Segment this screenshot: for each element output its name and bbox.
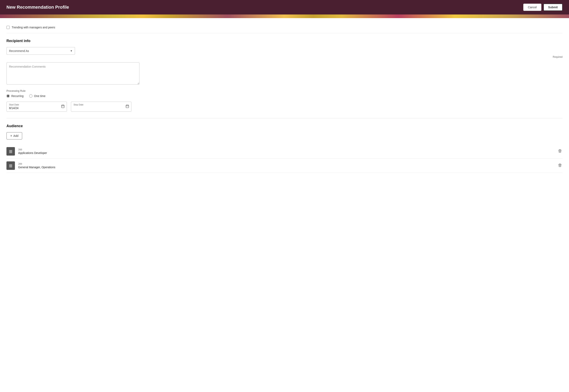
processing-rule-radio-group: Recurring One time (6, 94, 563, 98)
add-audience-button[interactable]: + Add (6, 132, 22, 140)
svg-rect-8 (9, 150, 12, 151)
audience-section: Audience + Add Job Applications Develope… (6, 118, 563, 173)
recurring-label: Recurring (11, 94, 24, 98)
processing-rule-group: Processing Rule Recurring One time (6, 89, 563, 98)
cancel-button[interactable]: Cancel (523, 4, 541, 11)
stop-date-calendar-icon[interactable] (125, 104, 129, 109)
trending-checkbox-row: Trending with managers and peers (6, 23, 563, 33)
one-time-option[interactable]: One time (29, 94, 45, 98)
svg-rect-10 (9, 152, 12, 152)
required-label: Required (6, 56, 563, 58)
recommendation-comments-textarea[interactable] (6, 62, 139, 84)
svg-rect-9 (9, 151, 12, 151)
recommend-as-field-group: Recommend As ▼ Required (6, 47, 563, 58)
audience-item-name: Applications Developer (18, 151, 557, 154)
audience-item-icon (6, 161, 15, 170)
add-button-label: Add (13, 134, 18, 138)
page-header: New Recommendation Profile Cancel Submit (0, 0, 569, 14)
delete-icon[interactable] (557, 148, 563, 154)
svg-rect-15 (9, 167, 12, 168)
audience-item-name: General Manager, Operations (18, 166, 557, 169)
audience-item-type: Job (18, 148, 557, 151)
decorative-banner (0, 14, 569, 18)
date-fields-row: Start Date 8/14/24 Stop Date (6, 102, 563, 112)
delete-icon[interactable] (557, 163, 563, 169)
recipient-info-title: Recipient info (6, 39, 563, 43)
recommendation-comments-field-group (6, 62, 563, 85)
audience-item-icon (6, 147, 15, 155)
audience-item: Job Applications Developer (6, 144, 563, 159)
processing-rule-label: Processing Rule (6, 89, 563, 92)
plus-icon: + (10, 134, 12, 138)
audience-title: Audience (6, 124, 563, 128)
recipient-info-section: Recipient info Recommend As ▼ Required P… (6, 39, 563, 112)
submit-button[interactable]: Submit (543, 4, 563, 11)
svg-rect-14 (9, 166, 12, 167)
trending-checkbox-label[interactable]: Trending with managers and peers (12, 26, 55, 29)
one-time-radio[interactable] (29, 94, 32, 98)
page-title: New Recommendation Profile (6, 5, 69, 10)
start-date-field[interactable]: Start Date 8/14/24 (6, 102, 67, 112)
svg-rect-0 (61, 105, 64, 108)
start-date-value: 8/14/24 (9, 106, 18, 110)
svg-rect-12 (9, 164, 12, 165)
audience-item: Job General Manager, Operations (6, 159, 563, 173)
recurring-radio[interactable] (6, 94, 10, 98)
svg-rect-13 (9, 165, 12, 166)
page-content: Trending with managers and peers Recipie… (0, 18, 569, 392)
audience-item-info: Job Applications Developer (18, 148, 557, 154)
list-icon (9, 164, 13, 168)
recommend-as-dropdown[interactable]: Recommend As (6, 47, 75, 55)
audience-item-type: Job (18, 162, 557, 165)
one-time-label: One time (34, 94, 45, 98)
audience-item-info: Job General Manager, Operations (18, 162, 557, 169)
trending-checkbox[interactable] (6, 26, 10, 29)
svg-rect-11 (9, 153, 12, 153)
list-icon (9, 149, 13, 153)
start-date-label: Start Date (9, 103, 59, 106)
recommend-as-wrapper: Recommend As ▼ (6, 47, 75, 55)
stop-date-label: Stop Date (74, 103, 123, 106)
start-date-calendar-icon[interactable] (61, 104, 65, 109)
header-actions: Cancel Submit (523, 4, 563, 11)
stop-date-field[interactable]: Stop Date (71, 102, 131, 112)
recurring-option[interactable]: Recurring (6, 94, 24, 98)
svg-rect-4 (126, 105, 129, 108)
